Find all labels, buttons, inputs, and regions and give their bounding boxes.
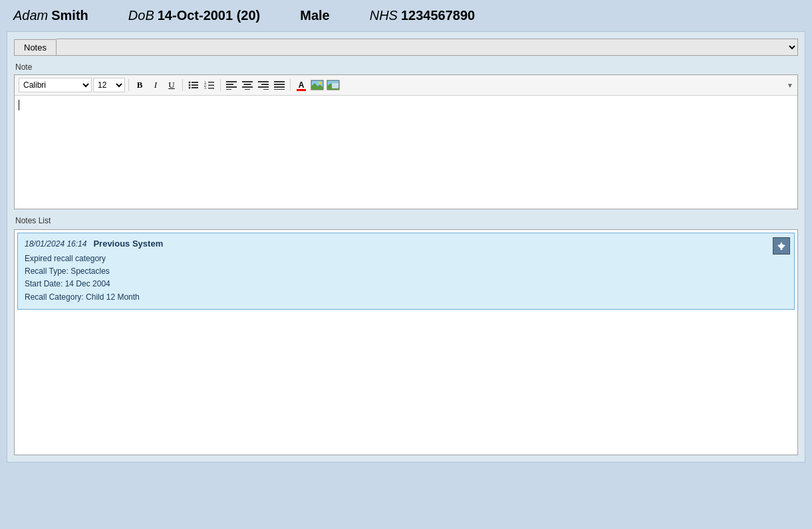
note-line-3: Start Date: 14 Dec 2004: [25, 278, 787, 290]
note-editor[interactable]: [15, 96, 797, 209]
svg-rect-34: [333, 84, 338, 88]
svg-rect-20: [258, 81, 269, 82]
notes-list-label: Notes List: [14, 216, 798, 225]
svg-rect-22: [258, 86, 269, 88]
svg-rect-23: [263, 89, 269, 90]
svg-rect-1: [192, 82, 198, 83]
svg-rect-17: [244, 84, 251, 85]
font-color-button[interactable]: A: [294, 78, 309, 92]
patient-header: Adam Smith DoB 14-Oct-2001 (20) Male NHS…: [0, 0, 812, 31]
note-section: Note Calibri 12 B I U: [14, 62, 798, 209]
patient-first-name: Adam: [13, 8, 48, 23]
nhs-value: 1234567890: [401, 8, 475, 23]
svg-rect-21: [261, 84, 269, 85]
svg-rect-12: [226, 81, 237, 82]
svg-point-30: [319, 82, 321, 84]
svg-rect-3: [192, 84, 198, 86]
patient-dob: DoB 14-Oct-2001 (20): [128, 8, 260, 23]
toolbar-divider-2: [182, 79, 183, 91]
pin-icon: [777, 241, 786, 251]
toolbar-scroll-area: ▼: [787, 82, 793, 89]
svg-rect-25: [274, 84, 285, 85]
tab-bar: Notes: [14, 39, 798, 56]
align-left-button[interactable]: [224, 78, 239, 92]
align-center-button[interactable]: [240, 78, 255, 92]
align-right-icon: [258, 80, 269, 90]
numbered-list-icon: 1. 2. 3.: [204, 80, 215, 90]
patient-last-name: Smith: [51, 8, 88, 23]
toolbar-scroll-down[interactable]: ▼: [787, 82, 793, 89]
svg-point-4: [189, 87, 191, 89]
font-color-underline: [297, 89, 306, 91]
main-panel: Notes Note Calibri 12 B I U: [7, 31, 805, 463]
svg-text:3.: 3.: [204, 86, 207, 90]
editor-container: Calibri 12 B I U: [14, 74, 798, 209]
svg-rect-9: [208, 85, 214, 86]
font-size-select[interactable]: 12: [93, 78, 125, 92]
svg-rect-7: [208, 82, 214, 83]
svg-rect-24: [274, 81, 285, 82]
note-body: Expired recall category Recall Type: Spe…: [25, 253, 787, 304]
note-pin-button[interactable]: [773, 237, 790, 255]
insert-image-button[interactable]: [310, 78, 325, 92]
bullet-list-button[interactable]: [186, 78, 201, 92]
note-item-header: 18/01/2024 16:14 Previous System: [25, 239, 787, 249]
align-right-button[interactable]: [256, 78, 271, 92]
svg-rect-11: [208, 88, 214, 89]
italic-button[interactable]: I: [148, 78, 163, 92]
font-color-a: A: [299, 81, 305, 89]
note-item: 18/01/2024 16:14 Previous System Expired…: [17, 233, 795, 310]
insert-image-icon: [311, 80, 324, 90]
note-author: Previous System: [93, 239, 163, 249]
notes-tab[interactable]: Notes: [14, 39, 57, 56]
svg-rect-26: [274, 86, 285, 88]
svg-rect-16: [242, 81, 253, 82]
patient-gender: Male: [300, 8, 329, 23]
dob-label: DoB: [128, 8, 154, 23]
insert-image2-button[interactable]: [326, 78, 340, 92]
note-line-4: Recall Category: Child 12 Month: [25, 291, 787, 304]
svg-rect-27: [274, 89, 285, 90]
text-cursor: [19, 100, 19, 110]
align-center-icon: [242, 80, 253, 90]
svg-rect-5: [192, 87, 198, 88]
underline-button[interactable]: U: [164, 78, 179, 92]
toolbar-divider-4: [290, 79, 291, 91]
toolbar-divider-1: [128, 79, 129, 91]
patient-name: Adam Smith: [13, 8, 88, 23]
bullet-list-icon: [188, 80, 199, 90]
note-line-1: Expired recall category: [25, 253, 787, 265]
notes-list-section: Notes List 18/01/2024 16:14 Previous Sys…: [14, 216, 798, 455]
svg-point-2: [189, 84, 191, 86]
svg-rect-15: [226, 89, 231, 90]
nhs-label: NHS: [370, 8, 398, 23]
notes-list-container: 18/01/2024 16:14 Previous System Expired…: [14, 229, 798, 455]
note-timestamp: 18/01/2024 16:14: [25, 239, 86, 249]
svg-rect-14: [226, 86, 237, 88]
justify-button[interactable]: [272, 78, 287, 92]
svg-rect-19: [245, 89, 250, 90]
svg-rect-18: [242, 86, 253, 88]
bold-button[interactable]: B: [132, 78, 147, 92]
font-family-select[interactable]: Calibri: [19, 78, 92, 92]
note-label: Note: [14, 62, 798, 72]
dob-value: 14-Oct-2001 (20): [158, 8, 261, 23]
svg-point-0: [189, 82, 191, 84]
align-left-icon: [226, 80, 237, 90]
numbered-list-button[interactable]: 1. 2. 3.: [202, 78, 217, 92]
insert-image2-icon: [327, 80, 340, 90]
gender-value: Male: [300, 8, 329, 23]
svg-rect-13: [226, 84, 233, 85]
toolbar-divider-3: [220, 79, 221, 91]
editor-toolbar: Calibri 12 B I U: [15, 75, 797, 96]
patient-nhs: NHS 1234567890: [370, 8, 475, 23]
justify-icon: [274, 80, 285, 90]
notes-dropdown[interactable]: [57, 39, 798, 56]
note-line-2: Recall Type: Spectacles: [25, 265, 787, 278]
